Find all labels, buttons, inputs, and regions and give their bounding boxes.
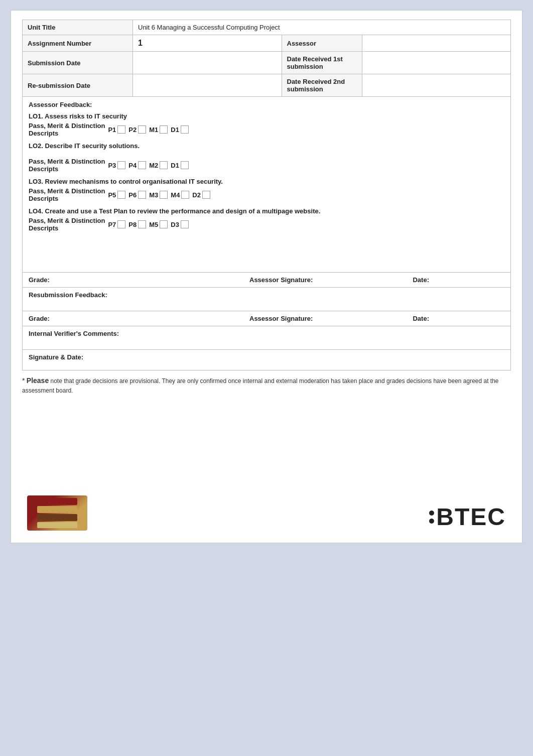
lo3-m4-label: M4 <box>171 191 180 199</box>
lo4-d3-checkbox[interactable] <box>181 220 189 228</box>
lo2-p3-checkbox[interactable] <box>117 161 125 169</box>
lo2-m2-pair: M2 <box>149 161 168 169</box>
assessor-signature-label-1: Assessor Signature: <box>249 276 313 284</box>
assessor-feedback-label: Assessor Feedback: <box>29 101 504 108</box>
lo3-p6-pair: P6 <box>128 191 146 199</box>
lo4-d3-label: D3 <box>171 221 179 228</box>
lo3-d2-checkbox[interactable] <box>202 191 210 199</box>
assignment-number-value: 1 <box>133 35 282 52</box>
lo2-p4-checkbox[interactable] <box>138 161 146 169</box>
grade-label-1: Grade: <box>29 276 69 284</box>
verifier-comments-label: Internal Verifier's Comments: <box>29 330 504 337</box>
date-received-1st-label: Date Received 1st submission <box>282 52 362 74</box>
lo3-p6-checkbox[interactable] <box>138 191 146 199</box>
date-label-1: Date: <box>413 276 429 284</box>
lo3-criteria-label: Pass, Merit & DistinctionDescripts <box>29 187 105 202</box>
lo4-p8-checkbox[interactable] <box>138 220 146 228</box>
lo1-p1-checkbox[interactable] <box>117 125 125 134</box>
submission-date-row: Submission Date Date Received 1st submis… <box>23 52 511 74</box>
footnote-asterisk: * <box>22 376 25 385</box>
lo2-p3-label: P3 <box>108 162 116 169</box>
lo4-d3-pair: D3 <box>171 220 189 228</box>
left-logo <box>27 495 87 531</box>
lo1-section: LO1. Assess risks to IT security Pass, M… <box>29 112 504 137</box>
lo4-p7-label: P7 <box>108 221 116 228</box>
assignment-number-label: Assignment Number <box>23 35 133 52</box>
lo2-p3-pair: P3 <box>108 161 125 169</box>
lo2-p4-pair: P4 <box>128 161 146 169</box>
lo3-p6-label: P6 <box>128 191 137 199</box>
lo3-m4-pair: M4 <box>171 191 189 199</box>
lo3-m3-checkbox[interactable] <box>160 191 168 199</box>
lo4-p7-checkbox[interactable] <box>117 220 125 228</box>
page-container: Unit Title Unit 6 Managing a Successful … <box>11 10 522 543</box>
lo3-m3-label: M3 <box>149 191 158 199</box>
lo1-p1-pair: P1 <box>108 125 125 134</box>
lo4-m5-checkbox[interactable] <box>160 220 168 228</box>
lo1-p2-checkbox[interactable] <box>138 125 146 134</box>
unit-title-value: Unit 6 Managing a Successful Computing P… <box>133 20 511 35</box>
lo1-d1-checkbox[interactable] <box>181 125 189 134</box>
lo4-p8-label: P8 <box>128 221 137 228</box>
lo1-title: LO1. Assess risks to IT security <box>29 112 504 120</box>
date-received-2nd-value <box>362 74 511 97</box>
signature-section: Signature & Date: <box>22 350 511 370</box>
assessor-feedback-section: Assessor Feedback: LO1. Assess risks to … <box>22 97 511 273</box>
lo4-p8-pair: P8 <box>128 220 146 228</box>
footnote-text: note that grade decisions are provisiona… <box>22 377 499 394</box>
btec-dot-2 <box>429 519 434 524</box>
lo4-m5-pair: M5 <box>149 220 168 228</box>
lo3-p5-pair: P5 <box>108 191 125 199</box>
lo3-title: LO3. Review mechanisms to control organi… <box>29 178 504 185</box>
lo1-d1-label: D1 <box>171 126 179 134</box>
lo2-m2-checkbox[interactable] <box>160 161 168 169</box>
lo2-criteria-label: Pass, Merit & DistinctionDescripts <box>29 158 105 173</box>
lo1-m1-pair: M1 <box>149 125 168 134</box>
unit-title-label: Unit Title <box>23 20 133 35</box>
grade-row-2: Grade: Assessor Signature: Date: <box>22 311 511 326</box>
lo3-section: LO3. Review mechanisms to control organi… <box>29 178 504 202</box>
lo3-p5-checkbox[interactable] <box>117 191 125 199</box>
resubmission-date-value <box>133 74 282 97</box>
lo4-p7-pair: P7 <box>108 220 125 228</box>
lo3-m3-pair: M3 <box>149 191 168 199</box>
lo2-d1-pair: D1 <box>171 161 189 169</box>
lo4-section: LO4. Create and use a Test Plan to revie… <box>29 207 504 263</box>
lo1-criteria-row: Pass, Merit & DistinctionDescripts P1 P2… <box>29 122 504 137</box>
date-received-2nd-label: Date Received 2nd submission <box>282 74 362 97</box>
lo1-p2-label: P2 <box>128 126 137 134</box>
lo1-p1-label: P1 <box>108 126 116 134</box>
lo1-criteria-label: Pass, Merit & DistinctionDescripts <box>29 122 105 137</box>
assignment-assessor-row: Assignment Number 1 Assessor <box>23 35 511 52</box>
lo2-p4-label: P4 <box>128 162 137 169</box>
lo3-p5-label: P5 <box>108 191 116 199</box>
date-label-2: Date: <box>413 315 429 322</box>
lo3-m4-checkbox[interactable] <box>181 191 189 199</box>
lo2-m2-label: M2 <box>149 162 158 169</box>
resubmission-date-label: Re-submission Date <box>23 74 133 97</box>
lo4-title: LO4. Create and use a Test Plan to revie… <box>29 207 504 215</box>
lo4-criteria-row: Pass, Merit & DistinctionDescripts P7 P8… <box>29 217 504 232</box>
resubmission-feedback-label: Resubmission Feedback: <box>29 291 504 299</box>
assessor-signature-label-2: Assessor Signature: <box>249 315 313 322</box>
btec-text: BTEC <box>436 503 506 531</box>
lo4-m5-label: M5 <box>149 221 158 228</box>
lo3-d2-label: D2 <box>192 191 201 199</box>
resubmission-date-row: Re-submission Date Date Received 2nd sub… <box>23 74 511 97</box>
lo2-d1-label: D1 <box>171 162 179 169</box>
internal-verifier-section: Internal Verifier's Comments: <box>22 326 511 350</box>
resubmission-feedback-section: Resubmission Feedback: <box>22 288 511 311</box>
btec-logo: BTEC <box>429 503 506 531</box>
grade-label-2: Grade: <box>29 315 69 322</box>
submission-date-label: Submission Date <box>23 52 133 74</box>
lo4-criteria-label: Pass, Merit & DistinctionDescripts <box>29 217 105 232</box>
lo1-m1-label: M1 <box>149 126 158 134</box>
lo1-d1-pair: D1 <box>171 125 189 134</box>
footnote: * Please note that grade decisions are p… <box>22 375 511 395</box>
lo2-d1-checkbox[interactable] <box>181 161 189 169</box>
assessor-value <box>362 35 511 52</box>
lo1-m1-checkbox[interactable] <box>160 125 168 134</box>
grade-row-1: Grade: Assessor Signature: Date: <box>22 273 511 288</box>
unit-title-row: Unit Title Unit 6 Managing a Successful … <box>23 20 511 35</box>
btec-dot-1 <box>429 511 434 516</box>
